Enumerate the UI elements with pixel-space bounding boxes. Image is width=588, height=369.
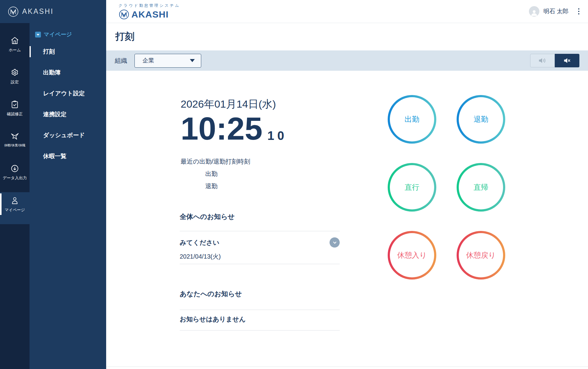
stamp-buttons: 出勤 退勤 直行 直帰 休憩入り 休憩戻り xyxy=(388,95,505,280)
bird-icon xyxy=(10,132,19,141)
notice-date: 2021/04/13(火) xyxy=(180,252,340,261)
rail-item-label: 設定 xyxy=(11,79,19,85)
recent-stamp-title: 最近の出勤/退勤打刻時刻 xyxy=(181,157,250,166)
current-time: 10:25 xyxy=(181,113,262,145)
stamp-button-label: 直帰 xyxy=(474,182,488,192)
sidebar-section-mypage[interactable]: マイページ xyxy=(35,31,106,38)
rail-item-label: データ入出力 xyxy=(3,175,27,181)
rail-item-label: ホーム xyxy=(9,47,21,53)
footer-divider xyxy=(106,367,588,367)
sound-on-button[interactable] xyxy=(530,54,555,67)
sidebar-section-label: マイページ xyxy=(44,31,72,38)
sound-mute-button[interactable] xyxy=(555,54,579,67)
stamp-clock-in-button[interactable]: 出勤 xyxy=(388,95,436,144)
stamp-button-label: 休憩入り xyxy=(397,250,427,260)
recent-stamp-times: 最近の出勤/退勤打刻時刻 出勤 退勤 xyxy=(181,157,250,190)
caret-down-icon xyxy=(190,59,195,62)
sidebar-item-label: 出勤簿 xyxy=(43,69,61,76)
notice-row: みてください xyxy=(180,237,340,248)
sidebar-item-leave-list[interactable]: 休暇一覧 xyxy=(30,151,106,161)
user-icon xyxy=(10,196,19,205)
speaker-mute-icon xyxy=(562,57,572,65)
divider xyxy=(180,264,340,264)
current-date: 2026年01月14日(水) xyxy=(181,97,287,111)
company-notices-title: 全体へのお知らせ xyxy=(180,212,340,221)
recent-clock-out-label: 退勤 xyxy=(205,183,218,189)
stamp-button-label: 退勤 xyxy=(474,114,488,124)
sidebar-logo: AKASHI xyxy=(0,0,106,23)
avatar[interactable] xyxy=(529,6,539,17)
stamp-clock-out-button[interactable]: 退勤 xyxy=(457,95,505,144)
recent-clock-in-row: 出勤 xyxy=(181,170,250,178)
rail-item-home[interactable]: ホーム xyxy=(0,32,30,64)
speaker-on-icon xyxy=(538,57,547,65)
sidebar-item-layout-settings[interactable]: レイアウト設定 xyxy=(30,89,106,98)
personal-notices-title: あなたへのお知らせ xyxy=(180,289,340,299)
header-user-area: 明石 太郎 xyxy=(529,6,581,17)
sidebar-item-dashboard[interactable]: ダッシュボード xyxy=(30,130,106,140)
divider xyxy=(180,231,340,231)
divider xyxy=(180,330,340,331)
sidebar-logo-text: AKASHI xyxy=(22,7,54,16)
rail-item-settings[interactable]: 設定 xyxy=(0,64,30,96)
stamp-button-label: 休憩戻り xyxy=(466,250,496,260)
chevron-down-circle-icon xyxy=(332,240,337,245)
notice-title: みてください xyxy=(180,238,219,247)
sidebar-item-label: レイアウト設定 xyxy=(43,90,85,97)
icon-rail: ホーム 設定 確認修正 休暇/休業/休職 データ入出力 xyxy=(0,23,30,369)
gear-icon xyxy=(10,68,19,77)
header: クラウド勤怠管理システム AKASHI 明石 太郎 xyxy=(106,0,588,23)
akashi-mark-icon xyxy=(118,9,130,20)
kebab-menu-icon[interactable] xyxy=(577,7,581,16)
clock-block: 2026年01月14日(水) 10:25 10 xyxy=(181,97,287,145)
sidebar-item-label: 連携設定 xyxy=(43,111,66,117)
stamp-button-label: 直行 xyxy=(405,182,419,192)
org-select[interactable]: 企業 xyxy=(134,54,201,68)
sidebar-item-link-settings[interactable]: 連携設定 xyxy=(30,109,106,119)
toolbar: 組織 企業 xyxy=(106,50,588,71)
rail-item-label: マイページ xyxy=(5,207,25,213)
stamp-break-end-button[interactable]: 休憩戻り xyxy=(457,231,505,280)
stamp-direct-go-button[interactable]: 直行 xyxy=(388,163,436,212)
akashi-mark-icon xyxy=(7,6,19,18)
rail-item-leave[interactable]: 休暇/休業/休職 xyxy=(0,128,30,160)
avatar-person-icon xyxy=(530,9,538,17)
rail-item-mypage[interactable]: マイページ xyxy=(0,192,30,224)
sidebar-nav: 打刻 出勤簿 レイアウト設定 連携設定 ダッシュボード 休暇一覧 xyxy=(30,47,106,161)
sidebar-item-attendance-book[interactable]: 出勤簿 xyxy=(30,68,106,77)
sidebar-item-label: 打刻 xyxy=(43,48,55,55)
sidebar-item-label: ダッシュボード xyxy=(43,132,85,138)
notice-expand-button[interactable] xyxy=(330,237,340,248)
sidebar: マイページ 打刻 出勤簿 レイアウト設定 連携設定 ダッシュボード 休暇一覧 xyxy=(30,23,106,369)
divider xyxy=(180,310,340,310)
download-icon xyxy=(10,164,19,173)
rail-item-data-io[interactable]: データ入出力 xyxy=(0,160,30,192)
sidebar-item-label: 休暇一覧 xyxy=(43,153,66,159)
stamp-direct-return-button[interactable]: 直帰 xyxy=(457,163,505,212)
page-title: 打刻 xyxy=(115,30,134,43)
sound-toggle xyxy=(530,54,579,67)
chevron-down-square-icon[interactable] xyxy=(35,32,41,38)
org-label: 組織 xyxy=(115,57,127,65)
home-icon xyxy=(10,36,19,45)
header-tagline: クラウド勤怠管理システム xyxy=(118,3,180,8)
notices: 全体へのお知らせ みてください 2021/04/13(火) あなたへのお知らせ … xyxy=(180,212,340,331)
recent-clock-in-label: 出勤 xyxy=(205,170,218,177)
stamp-break-start-button[interactable]: 休憩入り xyxy=(388,231,436,280)
user-name[interactable]: 明石 太郎 xyxy=(543,7,568,15)
sidebar-item-dakoku[interactable]: 打刻 xyxy=(30,47,106,57)
personal-notices-empty: お知らせはありません xyxy=(180,315,340,323)
rail-item-label: 確認修正 xyxy=(7,111,23,117)
stamp-button-label: 出勤 xyxy=(405,114,419,124)
clipboard-check-icon xyxy=(10,100,19,109)
rail-item-confirm-correct[interactable]: 確認修正 xyxy=(0,96,30,128)
header-logo-text: AKASHI xyxy=(131,9,169,20)
app-root: AKASHI ホーム 設定 確認修正 休暇/休業/休職 xyxy=(0,0,588,369)
current-seconds: 10 xyxy=(267,129,287,145)
org-select-value: 企業 xyxy=(142,57,154,65)
rail-item-label: 休暇/休業/休職 xyxy=(4,143,26,148)
recent-clock-out-row: 退勤 xyxy=(181,182,250,190)
header-logo[interactable]: クラウド勤怠管理システム AKASHI xyxy=(118,3,180,20)
